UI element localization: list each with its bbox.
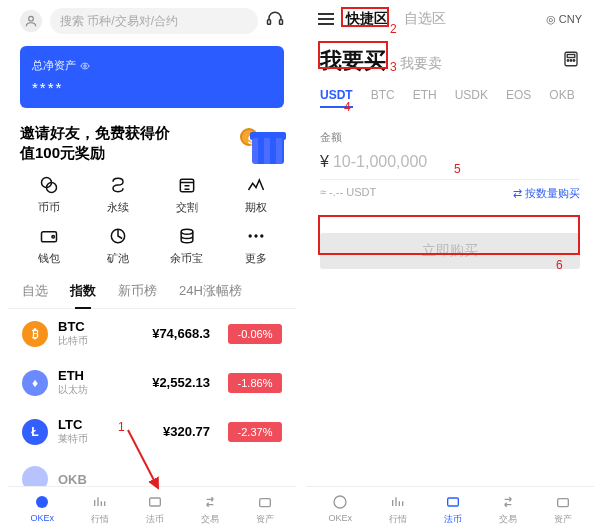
grid-perp[interactable]: 永续 — [83, 174, 152, 215]
change-badge: -0.06% — [228, 324, 282, 344]
grid-savings[interactable]: 余币宝 — [152, 225, 221, 266]
grid-pool[interactable]: 矿池 — [83, 225, 152, 266]
tab-new[interactable]: 新币榜 — [118, 282, 157, 308]
price: ¥2,552.13 — [152, 375, 210, 390]
coin-list: ₿ BTC比特币 ¥74,668.3 -0.06% ♦ ETH以太坊 ¥2,55… — [8, 309, 296, 486]
amount-input[interactable]: ¥ 10-1,000,000 — [320, 153, 580, 180]
amount-label: 金额 — [320, 130, 580, 145]
tab-quick[interactable]: 快捷区 — [346, 10, 388, 28]
list-item[interactable]: Ł LTC莱特币 ¥320.77 -2.37% — [8, 407, 296, 456]
tab-sell[interactable]: 我要卖 — [400, 55, 442, 73]
okb-icon — [22, 466, 48, 486]
svg-rect-2 — [280, 20, 283, 25]
grid-delivery[interactable]: 交割 — [152, 174, 221, 215]
buy-sell-tabs: 我要买 我要卖 — [306, 38, 594, 80]
coin-tabs: USDT BTC ETH USDK EOS OKB — [306, 80, 594, 116]
grid-option[interactable]: 期权 — [221, 174, 290, 215]
grid-bibi[interactable]: 币币 — [14, 174, 83, 215]
svg-rect-15 — [149, 498, 160, 506]
invite-banner[interactable]: 邀请好友，免费获得价值100元奖励 $ — [20, 122, 284, 164]
coin-btc[interactable]: BTC — [371, 88, 395, 108]
asset-value: **** — [32, 79, 272, 96]
svg-point-10 — [181, 229, 193, 234]
nav-market[interactable]: 行情 — [389, 493, 407, 526]
svg-point-12 — [254, 234, 257, 237]
menu-icon[interactable] — [318, 13, 334, 25]
svg-rect-24 — [447, 498, 458, 506]
change-badge: -1.86% — [228, 373, 282, 393]
coin-eos[interactable]: EOS — [506, 88, 531, 108]
invite-text: 邀请好友，免费获得价值100元奖励 — [20, 123, 170, 164]
svg-point-20 — [567, 60, 569, 62]
approx-label: ≈ -.-- USDT — [320, 186, 376, 201]
coin-eth[interactable]: ETH — [413, 88, 437, 108]
by-quantity-link[interactable]: ⇄ 按数量购买 — [513, 186, 580, 201]
list-item[interactable]: OKB — [8, 456, 296, 486]
nav-market[interactable]: 行情 — [91, 493, 109, 526]
btc-icon: ₿ — [22, 321, 48, 347]
nav-fiat[interactable]: 法币 — [444, 493, 462, 526]
list-item[interactable]: ♦ ETH以太坊 ¥2,552.13 -1.86% — [8, 358, 296, 407]
avatar-icon[interactable] — [20, 10, 42, 32]
price: ¥320.77 — [163, 424, 210, 439]
nav-fiat[interactable]: 法币 — [146, 493, 164, 526]
tab-24h[interactable]: 24H涨幅榜 — [179, 282, 242, 308]
coin-usdt[interactable]: USDT — [320, 88, 353, 108]
asset-card[interactable]: 总净资产 **** — [20, 46, 284, 108]
buy-now-button[interactable]: 立即购买 — [320, 233, 580, 269]
right-top-bar: 快捷区 自选区 ◎ CNY — [306, 0, 594, 38]
svg-point-3 — [84, 64, 87, 67]
tab-favorites[interactable]: 自选 — [22, 282, 48, 308]
nav-assets[interactable]: 资产 — [256, 493, 274, 526]
nav-assets[interactable]: 资产 — [554, 493, 572, 526]
eth-icon: ♦ — [22, 370, 48, 396]
calculator-icon[interactable] — [562, 50, 580, 72]
svg-rect-19 — [567, 55, 575, 58]
svg-rect-1 — [268, 20, 271, 25]
svg-point-21 — [570, 60, 572, 62]
market-tabs: 自选 指数 新币榜 24H涨幅榜 — [8, 282, 296, 309]
svg-rect-16 — [259, 499, 270, 507]
svg-point-14 — [36, 496, 48, 508]
tab-index[interactable]: 指数 — [70, 282, 96, 308]
search-input[interactable]: 搜索 币种/交易对/合约 — [50, 8, 258, 34]
top-bar: 搜索 币种/交易对/合约 — [8, 0, 296, 42]
bottom-nav: OKEx 行情 法币 交易 资产 — [8, 486, 296, 530]
tab-custom[interactable]: 自选区 — [404, 10, 446, 28]
currency-selector[interactable]: ◎ CNY — [546, 13, 582, 26]
purchase-form: 金额 ¥ 10-1,000,000 ≈ -.-- USDT ⇄ 按数量购买 — [306, 116, 594, 215]
grid-more[interactable]: 更多 — [221, 225, 290, 266]
feature-grid: 币币 永续 交割 期权 钱包 矿池 余币宝 更多 — [14, 174, 290, 266]
nav-trade[interactable]: 交易 — [201, 493, 219, 526]
ltc-icon: Ł — [22, 419, 48, 445]
change-badge: -2.37% — [228, 422, 282, 442]
nav-trade[interactable]: 交易 — [499, 493, 517, 526]
list-item[interactable]: ₿ BTC比特币 ¥74,668.3 -0.06% — [8, 309, 296, 358]
coin-okb[interactable]: OKB — [549, 88, 574, 108]
svg-point-13 — [260, 234, 263, 237]
nav-okex[interactable]: OKEx — [30, 493, 54, 526]
svg-point-0 — [29, 16, 34, 21]
svg-point-8 — [51, 236, 54, 239]
nav-okex[interactable]: OKEx — [328, 493, 352, 526]
bottom-nav: OKEx 行情 法币 交易 资产 — [306, 486, 594, 530]
svg-point-11 — [248, 234, 251, 237]
grid-wallet[interactable]: 钱包 — [14, 225, 83, 266]
svg-point-23 — [334, 496, 346, 508]
svg-rect-25 — [557, 499, 568, 507]
coin-usdk[interactable]: USDK — [455, 88, 488, 108]
svg-point-22 — [573, 60, 575, 62]
support-icon[interactable] — [266, 10, 284, 32]
price: ¥74,668.3 — [152, 326, 210, 341]
asset-label: 总净资产 — [32, 58, 272, 73]
tab-buy[interactable]: 我要买 — [320, 46, 386, 76]
gift-icon: $ — [238, 122, 284, 164]
